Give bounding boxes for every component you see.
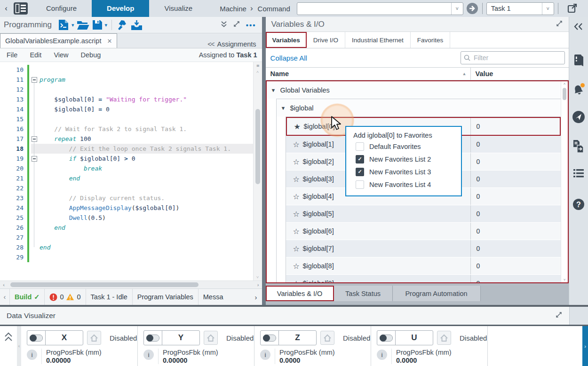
variable-value-cell[interactable]: 0 — [470, 257, 561, 274]
variable-row[interactable]: ☆$iglobal[7]0 — [286, 240, 561, 257]
collapse-all-link[interactable]: Collapse All — [270, 54, 307, 62]
code-line[interactable]: if $iglobal[0] > 0 — [31, 154, 254, 164]
send-command-icon[interactable] — [569, 110, 588, 124]
code-line[interactable]: end — [31, 223, 254, 233]
code-line[interactable]: repeat 100 — [31, 134, 254, 144]
info-icon[interactable]: i — [27, 350, 37, 360]
code-line[interactable] — [31, 233, 254, 242]
collapse-node-icon[interactable]: ▼ — [271, 87, 278, 93]
variable-value-cell[interactable]: 0 — [470, 275, 561, 282]
home-button[interactable] — [437, 331, 451, 345]
new-script-dropdown-icon[interactable]: ▾ — [72, 22, 74, 28]
build-status[interactable]: Build ✓ — [10, 289, 45, 305]
favorite-star-filled-icon[interactable]: ★ — [291, 122, 304, 131]
fold-toggle-icon[interactable] — [32, 136, 37, 142]
file-transfer-icon[interactable] — [569, 140, 588, 153]
tab-visualize[interactable]: Visualize — [149, 0, 207, 17]
code-line[interactable]: program — [31, 75, 254, 85]
task-status-segment[interactable]: Task 1 - Idle — [86, 289, 133, 305]
scroll-down-icon[interactable]: ˅ — [561, 278, 568, 282]
info-icon[interactable]: i — [143, 350, 154, 360]
splitter-grip-icon[interactable]: ≡ — [254, 63, 262, 68]
favorites-option[interactable]: New Favorites List 4 — [356, 178, 461, 191]
filter-input[interactable] — [473, 54, 562, 62]
expand-panel-icon[interactable] — [556, 20, 563, 29]
scroll-right-icon[interactable]: › — [254, 281, 262, 288]
info-icon[interactable]: i — [260, 350, 270, 360]
tab-develop[interactable]: Develop — [92, 0, 149, 17]
task-dropdown-icon[interactable]: ˅ — [542, 3, 554, 15]
variable-row[interactable]: ☆$iglobal[6]0 — [286, 223, 561, 240]
fold-toggle-icon[interactable] — [32, 156, 37, 162]
scroll-down-icon[interactable]: ˅ — [254, 275, 262, 280]
code-lines[interactable]: program $sglobal[0] = "Waiting for trigg… — [31, 65, 254, 262]
info-icon[interactable]: i — [377, 350, 387, 360]
more-options-icon[interactable]: ••• — [246, 21, 256, 29]
favorites-option[interactable]: Default Favorites — [356, 140, 461, 153]
close-tab-icon[interactable]: ✕ — [107, 38, 112, 45]
code-line[interactable]: break — [31, 164, 254, 173]
code-line[interactable]: // Wait for Task 2 to signal Task 1. — [31, 124, 254, 134]
favorite-star-icon[interactable]: ☆ — [290, 210, 303, 218]
menu-debug[interactable]: Debug — [81, 51, 101, 59]
app-menu-icon[interactable] — [13, 2, 28, 15]
axis-enable-toggle[interactable] — [377, 331, 396, 345]
code-line[interactable] — [31, 114, 254, 124]
fold-toggle-icon[interactable] — [32, 77, 37, 83]
menu-view[interactable]: View — [54, 51, 68, 59]
task-selector[interactable]: Task 1 ˅ — [486, 2, 554, 15]
value-column-header[interactable]: Value — [470, 68, 493, 80]
collapse-strip-icon[interactable] — [0, 326, 17, 366]
axis-enable-toggle[interactable] — [27, 331, 46, 345]
status-scroll-left-icon[interactable]: ‹ — [0, 289, 10, 305]
expand-strip-icon[interactable]: › — [582, 326, 588, 366]
task-list-icon[interactable] — [569, 168, 588, 179]
axis-enable-toggle[interactable] — [144, 331, 162, 345]
save-dropdown-icon[interactable]: ▾ — [105, 22, 108, 28]
favorite-star-icon[interactable]: ☆ — [290, 157, 303, 166]
name-column-header[interactable]: Name — [266, 70, 289, 78]
checkbox-unchecked[interactable] — [356, 180, 364, 189]
code-editor[interactable]: 1011121314151617181920212223242526272829… — [0, 62, 262, 280]
errors-warnings[interactable]: 0 0 — [45, 289, 86, 305]
execute-command-button[interactable] — [466, 2, 478, 15]
variable-value-cell[interactable]: 0 — [470, 223, 561, 240]
variable-value-cell[interactable]: 0 — [470, 153, 561, 170]
tree-node-global-variables[interactable]: ▼ Global Variables — [267, 81, 561, 99]
scrollbar-thumb[interactable] — [563, 88, 566, 100]
document-tab[interactable]: GlobalVariablesExample.ascript ✕ — [0, 33, 117, 48]
code-line[interactable]: // Display current status. — [31, 193, 254, 203]
compile-icon[interactable] — [117, 19, 128, 31]
notifications-icon[interactable] — [569, 83, 588, 95]
help-icon[interactable]: ? — [569, 198, 588, 210]
variable-row[interactable]: ☆$iglobal[8]0 — [286, 257, 561, 275]
bottom-tab-program-automation[interactable]: Program Automation — [393, 286, 481, 301]
scroll-left-icon[interactable]: ‹ — [0, 281, 8, 288]
filter-box[interactable] — [461, 51, 565, 64]
checkbox-checked[interactable]: ✓ — [356, 168, 364, 176]
tab-favorites[interactable]: Favorites — [411, 32, 451, 48]
variable-row[interactable]: ☆$iglobal[9]0 — [286, 275, 561, 282]
command-dropdown-icon[interactable]: ˅ — [451, 3, 463, 15]
variable-value-cell[interactable]: 0 — [470, 171, 561, 187]
variable-value-cell[interactable]: 0 — [470, 136, 561, 153]
messages-segment[interactable]: Messa › — [199, 289, 262, 305]
status-scroll-right-icon[interactable]: › — [255, 293, 257, 301]
tree-scrollbar[interactable]: ˄ ˅ — [561, 81, 568, 282]
favorite-star-icon[interactable]: ☆ — [290, 244, 303, 253]
editor-horizontal-scrollbar[interactable]: ‹ › — [0, 280, 262, 288]
command-input[interactable] — [297, 4, 451, 14]
scrollbar-thumb[interactable] — [10, 282, 199, 287]
bottom-tab-task-status[interactable]: Task Status — [334, 286, 393, 301]
variable-value-cell[interactable]: 0 — [470, 240, 561, 257]
panel-splitter[interactable] — [262, 17, 266, 305]
variable-value-cell[interactable]: 0 — [470, 118, 560, 135]
menu-file[interactable]: File — [7, 51, 17, 59]
variable-row[interactable]: ☆$iglobal[5]0 — [286, 205, 561, 223]
code-line[interactable] — [31, 65, 254, 75]
tab-industrial-ethernet[interactable]: Industrial Ethernet — [345, 32, 411, 48]
expand-panel-icon[interactable] — [555, 311, 563, 320]
code-line[interactable]: // Exit the loop once Task 2 signals Tas… — [31, 144, 254, 154]
favorite-star-icon[interactable]: ☆ — [290, 262, 303, 271]
code-line[interactable] — [31, 252, 254, 262]
